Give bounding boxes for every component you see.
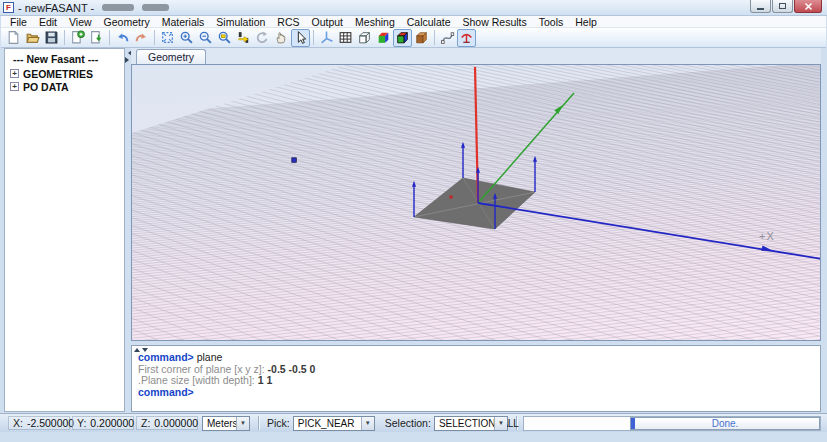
show-grid-button[interactable] [336, 29, 355, 47]
axes-icon [319, 30, 334, 45]
console-line: command> [138, 387, 820, 399]
menu-simulation[interactable]: Simulation [210, 16, 271, 28]
zoom-window-button[interactable] [215, 29, 234, 47]
page-plus-icon [70, 30, 85, 45]
menu-calculate[interactable]: Calculate [401, 16, 457, 28]
coord-x-label: X: [13, 417, 23, 429]
page-download-icon [89, 30, 104, 45]
new-page-button[interactable] [68, 29, 87, 47]
minimize-icon [757, 8, 764, 10]
chevron-down-icon: ▼ [494, 417, 507, 430]
save-button[interactable] [42, 29, 61, 47]
coord-y-label: Y: [77, 417, 86, 429]
progress-fill [631, 418, 635, 429]
dynamic-zoom-button[interactable] [234, 29, 253, 47]
open-file-button[interactable] [23, 29, 42, 47]
menu-meshing[interactable]: Meshing [349, 16, 401, 28]
selection-value: SELECTION_ALL [439, 418, 519, 429]
menu-edit[interactable]: Edit [33, 16, 63, 28]
shaded-view-button[interactable] [374, 29, 393, 47]
antenna-tool-button[interactable] [457, 29, 476, 47]
show-axes-button[interactable] [317, 29, 336, 47]
collapse-down-icon [142, 348, 148, 355]
textured-view-button[interactable] [412, 29, 431, 47]
shaded-edges-view-button[interactable] [393, 29, 412, 47]
curve-tool-button[interactable] [438, 29, 457, 47]
menu-materials[interactable]: Materials [156, 16, 211, 28]
console-prompt: command> [138, 386, 194, 398]
main-toolbar [1, 28, 826, 48]
pick-value: PICK_NEAR [298, 418, 355, 429]
zoom-fit-button[interactable] [158, 29, 177, 47]
status-bar: X: -2.500000 Y: 0.200000 Z: 0.000000 Met… [0, 413, 827, 432]
menu-file[interactable]: File [4, 16, 33, 28]
open-folder-icon [25, 30, 40, 45]
project-tree-panel: --- New Fasant --- + GEOMETRIES + PO DAT… [4, 48, 125, 412]
command-console[interactable]: command> plane First corner of plane [x … [131, 345, 821, 412]
toolbar-separator [313, 30, 314, 45]
wireframe-view-button[interactable] [355, 29, 374, 47]
menu-output[interactable]: Output [306, 16, 350, 28]
console-splitter-handle[interactable] [134, 345, 148, 355]
coord-x-value: -2.500000 [27, 417, 74, 429]
close-button[interactable] [794, 0, 822, 13]
expand-plus-icon[interactable]: + [10, 82, 19, 91]
redo-icon [134, 30, 149, 45]
tree-item-root[interactable]: --- New Fasant --- [13, 53, 124, 65]
toolbar-separator [154, 30, 155, 45]
menu-show-results[interactable]: Show Results [457, 16, 533, 28]
pick-label: Pick: [267, 417, 290, 429]
tree-item-po-data[interactable]: + PO DATA [9, 80, 124, 93]
new-file-button[interactable] [4, 29, 23, 47]
curve-icon [440, 30, 455, 45]
3d-viewport[interactable]: +X [131, 64, 821, 341]
menu-geometry[interactable]: Geometry [98, 16, 156, 28]
maximize-button[interactable] [772, 0, 793, 13]
zoom-in-button[interactable] [177, 29, 196, 47]
wireframe-cube-icon [357, 30, 372, 45]
toolbar-separator [64, 30, 65, 45]
rotate-view-button[interactable] [253, 29, 272, 47]
close-icon [804, 2, 813, 11]
app-window: F - newFASANT - File Edit View Geometry … [0, 0, 827, 442]
coord-z-value: 0.000000 [154, 417, 198, 429]
expand-plus-icon[interactable]: + [10, 69, 19, 78]
tree-item-label: PO DATA [23, 81, 69, 93]
console-message: .Plane size [width depth]: [138, 374, 258, 386]
selection-select[interactable]: SELECTION_ALL ▼ [434, 416, 508, 431]
collapse-up-icon [134, 345, 140, 352]
zoom-window-icon [217, 30, 232, 45]
textured-cube-icon [414, 30, 429, 45]
cursor-icon [293, 30, 308, 45]
redo-button[interactable] [132, 29, 151, 47]
menu-tools[interactable]: Tools [533, 16, 570, 28]
window-title: - newFASANT - [18, 2, 94, 14]
tree-item-label: GEOMETRIES [23, 68, 93, 80]
shaded-cube-icon [376, 30, 391, 45]
pick-select[interactable]: PICK_NEAR ▼ [293, 416, 375, 431]
undo-button[interactable] [113, 29, 132, 47]
title-bar: F - newFASANT - [0, 0, 827, 16]
zoom-out-button[interactable] [196, 29, 215, 47]
pan-button[interactable] [272, 29, 291, 47]
menu-rcs[interactable]: RCS [271, 16, 305, 28]
coord-y-value: 0.200000 [90, 417, 134, 429]
redacted-title-segment [102, 4, 134, 11]
tree-item-geometries[interactable]: + GEOMETRIES [9, 67, 124, 80]
redacted-title-segment [142, 4, 169, 11]
menu-help[interactable]: Help [569, 16, 603, 28]
zoom-out-icon [198, 30, 213, 45]
3d-scene[interactable] [132, 65, 821, 341]
selection-label: Selection: [385, 417, 431, 429]
progress-track: Done. [523, 416, 821, 431]
toolbar-separator [109, 30, 110, 45]
minimize-button[interactable] [750, 0, 771, 13]
menu-view[interactable]: View [63, 16, 98, 28]
import-page-button[interactable] [87, 29, 106, 47]
units-select[interactable]: Meters ▼ [202, 416, 250, 431]
menu-bar: File Edit View Geometry Materials Simula… [1, 16, 826, 28]
select-button[interactable] [291, 29, 310, 47]
tab-geometry[interactable]: Geometry [136, 49, 206, 64]
chevron-down-icon: ▼ [361, 417, 374, 430]
console-command: plane [197, 351, 223, 363]
